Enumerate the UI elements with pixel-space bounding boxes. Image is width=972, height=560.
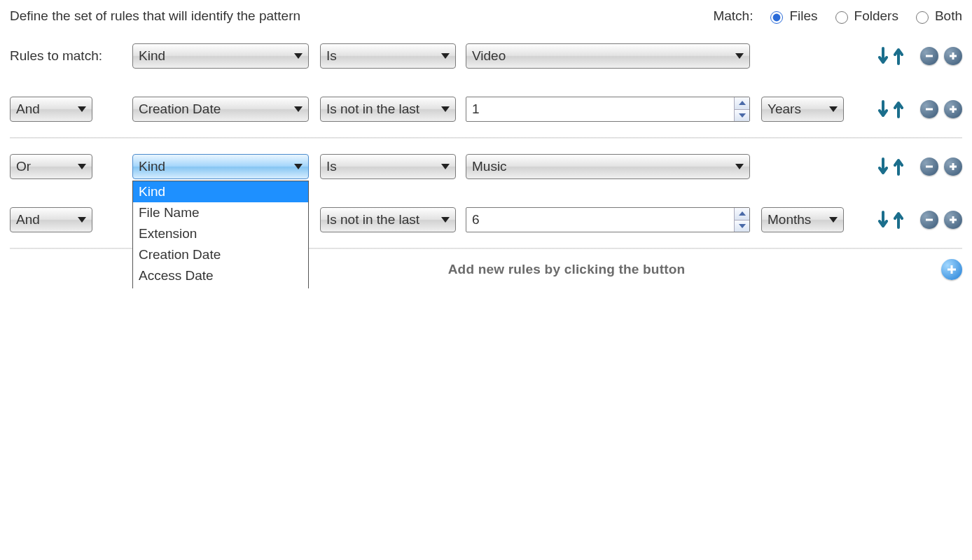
property-option[interactable]: File Name [133,202,308,223]
spinner-up[interactable] [735,208,749,220]
value-text: Music [472,159,507,174]
add-rule-button[interactable] [944,100,962,118]
radio-folders-label: Folders [854,8,898,24]
logic-select[interactable]: Or [10,154,92,179]
value-text: 6 [466,212,734,227]
move-up-button[interactable] [894,100,903,118]
value-text: 1 [466,102,734,117]
chevron-down-icon [78,164,86,169]
logic-value: And [16,212,40,227]
chevron-down-icon [441,106,450,112]
chevron-down-icon [78,217,86,223]
remove-rule-button[interactable] [920,100,938,118]
svg-rect-3 [926,108,933,111]
operator-select[interactable]: Is [320,154,456,179]
move-down-button[interactable] [878,211,888,229]
divider [10,137,962,139]
property-select[interactable]: Kind [132,154,309,179]
rule-row: And Creation Date Is not in the last 1 Y… [10,97,962,122]
add-rule-button[interactable] [944,211,962,229]
remove-rule-button[interactable] [920,211,938,229]
chevron-down-icon [294,106,303,112]
value-text: Video [472,48,506,64]
unit-select[interactable]: Years [761,97,844,122]
radio-files[interactable]: Files [767,8,817,24]
value-number-input[interactable]: 1 [466,97,750,122]
move-down-button[interactable] [878,158,888,176]
unit-select[interactable]: Months [761,207,844,232]
spinner-up[interactable] [735,97,749,110]
chevron-down-icon [829,217,838,223]
add-rule-button[interactable] [944,158,962,176]
radio-both-label: Both [935,8,962,24]
svg-rect-6 [926,166,933,168]
chevron-down-icon [441,164,450,169]
move-down-button[interactable] [878,100,888,118]
logic-value: And [16,102,40,117]
rules-to-match-label: Rules to match: [10,48,132,64]
svg-rect-13 [951,265,953,274]
property-value: Kind [139,159,165,174]
operator-value: Is [326,159,337,174]
radio-both-input[interactable] [916,11,929,24]
svg-rect-11 [952,216,954,223]
property-value: Kind [139,48,165,64]
unit-value: Years [768,102,801,117]
property-option[interactable]: Extension [133,223,308,244]
value-select[interactable]: Music [466,154,750,179]
match-radio-group: Match: Files Folders Both [713,8,962,24]
chevron-down-icon [829,106,838,112]
radio-files-input[interactable] [770,11,783,24]
unit-value: Months [768,212,811,227]
add-rule-button[interactable] [944,47,962,65]
chevron-down-icon [441,217,450,223]
spinner-down[interactable] [735,110,749,122]
radio-files-label: Files [789,8,817,24]
add-new-rule-button[interactable] [941,259,962,280]
chevron-down-icon [294,53,303,59]
logic-select[interactable]: And [10,97,92,122]
svg-rect-9 [926,219,933,221]
move-up-button[interactable] [894,158,903,176]
radio-both[interactable]: Both [912,8,962,24]
operator-value: Is not in the last [326,212,419,227]
property-dropdown-list[interactable]: KindFile NameExtensionCreation DateAcces… [132,181,309,288]
match-label: Match: [713,8,753,24]
property-value: Creation Date [139,102,221,117]
operator-select[interactable]: Is [320,43,456,69]
property-select[interactable]: Creation Date [132,97,309,122]
chevron-down-icon [294,164,303,169]
spinner[interactable] [734,208,749,232]
move-up-button[interactable] [894,211,903,229]
value-number-input[interactable]: 6 [466,207,750,232]
property-option[interactable]: Access Date [133,265,308,286]
property-option[interactable]: Creation Date [133,244,308,265]
radio-folders-input[interactable] [835,11,848,24]
remove-rule-button[interactable] [920,47,938,65]
operator-value: Is not in the last [326,102,419,117]
panel-description: Define the set of rules that will identi… [10,8,300,24]
remove-rule-button[interactable] [920,158,938,176]
logic-select[interactable]: And [10,207,92,232]
spinner[interactable] [734,97,749,121]
value-select[interactable]: Video [466,43,750,69]
operator-select[interactable]: Is not in the last [320,97,456,122]
radio-folders[interactable]: Folders [832,8,898,24]
svg-rect-2 [952,52,954,59]
logic-value: Or [16,159,31,174]
operator-value: Is [326,48,337,64]
chevron-down-icon [78,106,86,112]
property-option[interactable]: Modification Date [133,286,308,288]
spinner-down[interactable] [735,220,749,232]
move-up-button[interactable] [894,47,903,65]
svg-rect-0 [926,55,933,57]
rule-row: Or Kind KindFile NameExtensionCreation D… [10,154,962,179]
move-down-button[interactable] [878,47,888,65]
chevron-down-icon [735,53,744,59]
chevron-down-icon [441,53,450,59]
svg-rect-5 [952,106,954,113]
property-option[interactable]: Kind [133,181,308,202]
operator-select[interactable]: Is not in the last [320,207,456,232]
svg-rect-8 [952,163,954,170]
property-select[interactable]: Kind [132,43,309,69]
